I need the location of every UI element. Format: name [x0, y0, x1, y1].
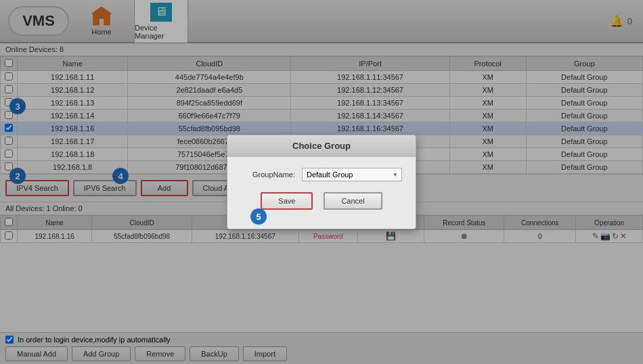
modal-overlay: Choice Group GroupName: Default Group Sa… [0, 0, 643, 364]
step-5-bubble: 5 [250, 208, 267, 225]
group-name-field: GroupName: Default Group [241, 168, 402, 181]
group-name-label: GroupName: [241, 170, 295, 179]
modal-title: Choice Group [227, 135, 416, 157]
modal-cancel-button[interactable]: Cancel [324, 192, 382, 210]
group-name-select[interactable]: Default Group [302, 168, 402, 181]
group-select-wrapper: Default Group [302, 168, 402, 181]
modal-save-button[interactable]: Save [261, 192, 313, 210]
